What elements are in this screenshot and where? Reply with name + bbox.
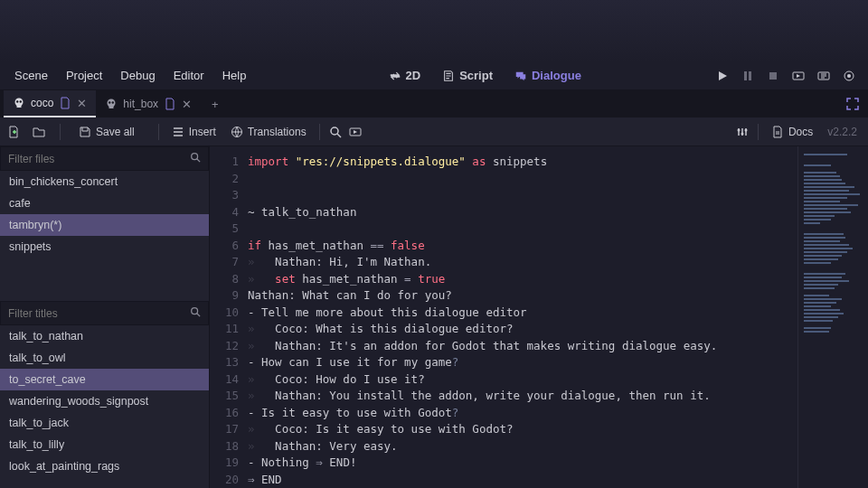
mode-script[interactable]: Script xyxy=(435,65,500,86)
svg-point-7 xyxy=(16,100,18,102)
settings-icon[interactable] xyxy=(734,124,750,140)
code-line[interactable]: 17» Coco: Is it easy to use with Godot? xyxy=(210,421,797,438)
minimap[interactable] xyxy=(797,146,868,488)
file-item[interactable]: snippets xyxy=(0,236,209,258)
code-line[interactable]: 14» Coco: How do I use it? xyxy=(210,371,797,389)
filter-titles[interactable] xyxy=(0,301,209,325)
test-dialogue-icon[interactable] xyxy=(347,124,363,140)
save-all-label: Save all xyxy=(96,126,135,138)
render-icon[interactable] xyxy=(841,68,857,84)
tab-label: coco xyxy=(31,97,53,109)
mode-2d[interactable]: 2D xyxy=(382,65,429,86)
code-line[interactable]: 10- Tell me more about this dialogue edi… xyxy=(210,305,797,322)
play-custom-icon[interactable] xyxy=(816,68,832,84)
code-line[interactable]: 8» set has_met_nathan = true xyxy=(210,271,797,288)
svg-point-19 xyxy=(192,154,198,160)
pause-icon[interactable] xyxy=(740,68,756,84)
skull-icon xyxy=(13,97,25,109)
code-line[interactable]: 3 xyxy=(210,187,797,204)
svg-point-4 xyxy=(847,74,851,78)
save-icon xyxy=(79,126,91,138)
tab-hit_box[interactable]: hit_box✕ xyxy=(96,90,201,117)
line-number: 11 xyxy=(210,321,248,338)
toolbar: Save all Insert Translations Docs v2.2.2 xyxy=(0,117,868,146)
line-number: 9 xyxy=(210,287,248,305)
play-icon[interactable] xyxy=(714,68,731,84)
code-line[interactable]: 19- Nothing ⇒ END! xyxy=(210,455,797,472)
menu-project[interactable]: Project xyxy=(57,63,111,88)
line-number: 18 xyxy=(210,438,248,455)
fullscreen-icon[interactable] xyxy=(837,90,868,117)
code-line[interactable]: 7» Nathan: Hi, I'm Nathan. xyxy=(210,254,797,271)
code-line[interactable]: 5 xyxy=(210,221,797,238)
menu-editor[interactable]: Editor xyxy=(165,63,213,88)
svg-rect-0 xyxy=(769,72,777,80)
close-icon[interactable]: ✕ xyxy=(77,97,87,110)
menu-help[interactable]: Help xyxy=(213,63,256,88)
insert-button[interactable]: Insert xyxy=(166,122,222,142)
code-line[interactable]: 6if has_met_nathan == false xyxy=(210,238,797,255)
code-line[interactable]: 4~ talk_to_nathan xyxy=(210,204,797,221)
menu-debug[interactable]: Debug xyxy=(111,63,164,88)
code-area[interactable]: 1import "res://snippets.dialogue" as sni… xyxy=(210,146,797,488)
editor[interactable]: 1import "res://snippets.dialogue" as sni… xyxy=(210,146,868,488)
code-line[interactable]: 1import "res://snippets.dialogue" as sni… xyxy=(210,154,797,171)
tab-add[interactable]: + xyxy=(201,90,230,117)
line-number: 1 xyxy=(210,154,248,171)
svg-point-11 xyxy=(108,101,110,103)
filter-files[interactable] xyxy=(0,146,209,171)
code-line[interactable]: 16- Is it easy to use with Godot? xyxy=(210,405,797,422)
svg-point-20 xyxy=(192,308,198,314)
filter-titles-input[interactable] xyxy=(8,307,190,320)
title-item[interactable]: look_at_painting_rags xyxy=(0,455,209,477)
code-line[interactable]: 13- How can I use it for my game? xyxy=(210,354,797,371)
line-number: 20 xyxy=(210,472,248,489)
code-line[interactable]: 20⇒ END xyxy=(210,472,797,489)
main: bin_chickens_concertcafetambryn(*)snippe… xyxy=(0,146,868,488)
play-scene-icon[interactable] xyxy=(790,68,807,84)
window-chrome-spacer xyxy=(0,0,868,61)
code-line[interactable]: 12» Nathan: It's an addon for Godot that… xyxy=(210,338,797,355)
svg-rect-6 xyxy=(17,105,22,108)
dialogue-icon xyxy=(514,70,527,82)
search-icon[interactable] xyxy=(327,124,344,140)
line-number: 10 xyxy=(210,305,248,322)
code-line[interactable]: 2 xyxy=(210,171,797,188)
swap-icon xyxy=(389,70,401,82)
code-line[interactable]: 9Nathan: What can I do for you? xyxy=(210,287,797,305)
new-file-icon[interactable] xyxy=(5,124,22,140)
mode-2d-label: 2D xyxy=(406,69,421,82)
title-item[interactable]: to_secret_cave xyxy=(0,369,209,390)
file-icon xyxy=(164,98,176,110)
docs-button[interactable]: Docs xyxy=(766,122,818,142)
code-line[interactable]: 11» Coco: What is this dialogue editor? xyxy=(210,321,797,338)
svg-point-17 xyxy=(741,132,743,135)
tab-coco[interactable]: coco✕ xyxy=(4,90,96,117)
file-item[interactable]: tambryn(*) xyxy=(0,214,209,236)
search-icon xyxy=(190,306,201,320)
search-icon xyxy=(190,152,201,165)
file-item[interactable]: cafe xyxy=(0,192,209,214)
line-number: 6 xyxy=(210,238,248,255)
stop-icon[interactable] xyxy=(765,68,781,84)
title-item[interactable]: talk_to_jack xyxy=(0,412,209,434)
insert-label: Insert xyxy=(189,126,216,138)
line-number: 4 xyxy=(210,204,248,221)
file-item[interactable]: bin_chickens_concert xyxy=(0,171,209,192)
filter-files-input[interactable] xyxy=(8,153,190,165)
mode-dialogue[interactable]: Dialogue xyxy=(507,65,589,86)
title-item[interactable]: wandering_woods_signpost xyxy=(0,390,209,412)
code-line[interactable]: 18» Nathan: Very easy. xyxy=(210,438,797,455)
save-all-button[interactable]: Save all xyxy=(73,122,140,142)
svg-point-16 xyxy=(737,128,740,131)
code-line[interactable]: 15» Nathan: You install the addon, write… xyxy=(210,388,797,405)
version-label: v2.2.2 xyxy=(822,126,863,138)
close-icon[interactable]: ✕ xyxy=(182,98,192,111)
title-item[interactable]: talk_to_lilly xyxy=(0,434,209,455)
line-number: 15 xyxy=(210,388,248,405)
title-item[interactable]: talk_to_nathan xyxy=(0,325,209,347)
menu-scene[interactable]: Scene xyxy=(5,63,57,88)
translations-button[interactable]: Translations xyxy=(225,122,312,142)
title-item[interactable]: talk_to_owl xyxy=(0,347,209,369)
open-file-icon[interactable] xyxy=(31,124,47,140)
